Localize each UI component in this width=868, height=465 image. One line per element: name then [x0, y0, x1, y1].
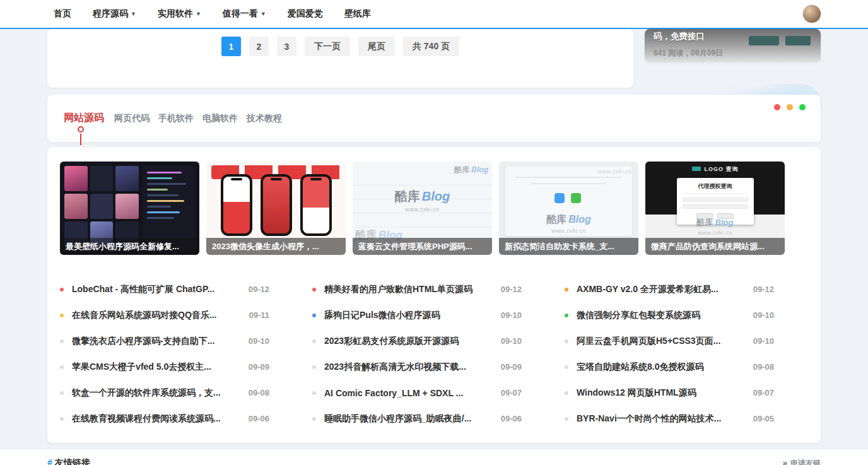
article-title[interactable]: 2023彩虹易支付系统原版开源源码	[324, 336, 495, 347]
red-dot-icon	[774, 104, 780, 110]
input-placeholder-line	[683, 204, 748, 209]
page-button-2[interactable]: 2	[249, 37, 269, 56]
nav-item-worth-a-look[interactable]: 值得一看▼	[223, 8, 266, 20]
sidebar-article-card[interactable]: 码，免费接口 641 阅读，09月09日	[645, 29, 821, 62]
double-arrow-icon: »	[783, 458, 787, 465]
chevron-down-icon: ▼	[196, 11, 201, 17]
article-list-item[interactable]: 在线教育视频课程付费阅读系统源码... 09-06	[60, 406, 269, 432]
tab-mobile-software[interactable]: 手机软件	[158, 113, 194, 124]
phone-mockups	[221, 174, 332, 236]
article-title[interactable]: AXMB-GY v2.0 全开源爱希彩虹易...	[577, 284, 747, 295]
apply-friend-link[interactable]: »申请友链	[783, 458, 821, 465]
article-title[interactable]: 软盒一个开源的软件库系统源码，支...	[72, 387, 242, 399]
article-list-item[interactable]: 微擎洗衣店小程序源码-支持自助下... 09-10	[60, 328, 269, 354]
thumb-caption: 微商产品防伪查询系统网站源...	[645, 238, 785, 255]
article-list-item[interactable]: 在线音乐网站系统源码对接QQ音乐... 09-11	[60, 302, 269, 328]
tab-pc-software[interactable]: 电脑软件	[202, 113, 238, 124]
article-list-item[interactable]: 苹果CMS大橙子vfed 5.0去授权主... 09-09	[60, 354, 269, 380]
article-date: 09-08	[249, 388, 269, 397]
article-title[interactable]: 微信强制分享红包裂变系统源码	[577, 310, 747, 321]
tab-web-code[interactable]: 网页代码	[114, 113, 150, 124]
total-pages-label: 共 740 页	[403, 37, 459, 56]
thumb-lanzou-cloud[interactable]: 酷库Blog 酷库Blog www.zxki.cn 酷库Blog 蓝奏云文件管理…	[353, 162, 492, 255]
green-dot-icon	[799, 104, 806, 110]
thumb-caption: 新拟态简洁自助发卡系统_支...	[499, 238, 638, 255]
decor-line	[515, 177, 622, 178]
article-list-item[interactable]: AI Comic Factory_LLM + SDXL ... 09-07	[312, 380, 522, 406]
article-list-item[interactable]: 舔狗日记Puls微信小程序源码 09-10	[312, 302, 522, 328]
nav-label: 爱国爱党	[288, 8, 323, 20]
article-title[interactable]: 精美好看的用户致歉信HTML单页源码	[324, 284, 495, 295]
thumb-wechat-avatar-miniapp[interactable]: 2023微信头像生成小程序，...	[206, 162, 346, 255]
nav-item-wallpaper-library[interactable]: 壁纸库	[344, 8, 371, 20]
phone-mockup	[300, 174, 332, 236]
panel-buttons	[683, 213, 748, 219]
article-title[interactable]: 在线音乐网站系统源码对接QQ音乐...	[72, 310, 242, 321]
article-title[interactable]: 舔狗日记Puls微信小程序源码	[324, 310, 495, 321]
article-date: 09-08	[753, 362, 774, 372]
article-list-item[interactable]: 2023彩虹易支付系统原版开源源码 09-10	[312, 328, 522, 354]
article-date: 09-10	[753, 336, 774, 346]
article-date: 09-06	[249, 414, 269, 423]
article-list-item[interactable]: 精美好看的用户致歉信HTML单页源码 09-12	[312, 276, 522, 302]
article-title[interactable]: 阿里云盘手机网页版H5+CSS3页面...	[577, 336, 747, 347]
nav-label: 壁纸库	[344, 8, 371, 20]
thumb-card-selling-system[interactable]: www.zxki.cn 酷库Blog www.zxki.cn 新拟态简洁自助发卡…	[499, 162, 638, 255]
article-list-item[interactable]: 2023抖音解析高清无水印视频下载... 09-09	[312, 354, 522, 380]
bullet-dot	[60, 314, 64, 317]
article-column-1: LobeChat - 高性能可扩展 ChatGP... 09-12 在线音乐网站…	[60, 276, 269, 432]
phone-mockup	[261, 174, 292, 236]
article-list-item[interactable]: 微信强制分享红包裂变系统源码 09-10	[565, 302, 774, 328]
nav-links: 首页 程序源码▼ 实用软件▼ 值得一看▼ 爱国爱党 壁纸库	[47, 8, 371, 20]
nav-item-home[interactable]: 首页	[54, 8, 71, 20]
article-title[interactable]: LobeChat - 高性能可扩展 ChatGP...	[72, 284, 242, 295]
nav-item-program-source[interactable]: 程序源码▼	[93, 8, 136, 20]
tab-website-source[interactable]: 网站源码	[64, 112, 104, 125]
top-navigation: 首页 程序源码▼ 实用软件▼ 值得一看▼ 爱国爱党 壁纸库	[0, 0, 868, 29]
article-list-item[interactable]: 宝塔自助建站系统8.0免授权源码 09-08	[565, 354, 774, 380]
last-page-button[interactable]: 尾页	[358, 37, 395, 56]
article-lists: LobeChat - 高性能可扩展 ChatGP... 09-12 在线音乐网站…	[60, 276, 808, 432]
red-pin-icon	[78, 126, 84, 132]
window-dots	[774, 104, 806, 110]
article-column-3: AXMB-GY v2.0 全开源爱希彩虹易... 09-12 微信强制分享红包裂…	[565, 276, 774, 432]
bullet-dot	[565, 339, 568, 343]
article-title[interactable]: 微擎洗衣店小程序源码-支持自助下...	[72, 336, 242, 347]
article-list-item[interactable]: Windows12 网页版HTML源码 09-07	[565, 380, 774, 406]
article-date: 09-10	[249, 336, 269, 346]
tab-tech-tutorial[interactable]: 技术教程	[247, 113, 282, 124]
bullet-dot	[565, 391, 568, 395]
next-page-button[interactable]: 下一页	[305, 37, 350, 56]
thumb-wallpaper-miniapp[interactable]: 最美壁纸小程序源码全新修复...	[60, 162, 199, 255]
article-title[interactable]: BYR-Navi一个时尚个性的网站技术...	[577, 413, 747, 425]
article-title[interactable]: 苹果CMS大橙子vfed 5.0去授权主...	[72, 362, 242, 373]
article-list-item[interactable]: BYR-Navi一个时尚个性的网站技术... 09-05	[565, 406, 774, 432]
article-title[interactable]: 在线教育视频课程付费阅读系统源码...	[72, 413, 242, 425]
thumb-anti-counterfeit-query[interactable]: LOGO 查询 代理授权查询 酷库Blog www.zxki.cn 微商产品防伪…	[645, 162, 785, 255]
bullet-dot	[312, 391, 316, 395]
article-title[interactable]: 宝塔自助建站系统8.0免授权源码	[577, 362, 747, 373]
article-title[interactable]: AI Comic Factory_LLM + SDXL ...	[324, 388, 495, 398]
apply-link-label: 申请友链	[790, 459, 821, 465]
article-list-item[interactable]: AXMB-GY v2.0 全开源爱希彩虹易... 09-12	[565, 276, 774, 302]
article-title[interactable]: 睡眠助手微信小程序源码_助眠夜曲/...	[324, 413, 495, 425]
article-list-item[interactable]: 软盒一个开源的软件库系统源码，支... 09-08	[60, 380, 269, 406]
article-title[interactable]: Windows12 网页版HTML源码	[577, 387, 747, 399]
bullet-dot	[312, 314, 316, 317]
watermark: 酷库Blog www.zxki.cn	[353, 188, 492, 213]
bullet-dot	[312, 339, 316, 343]
article-list-item[interactable]: 睡眠助手微信小程序源码_助眠夜曲/... 09-06	[312, 406, 522, 432]
page-button-3[interactable]: 3	[277, 37, 296, 56]
user-avatar[interactable]	[803, 5, 821, 23]
nav-item-patriotic[interactable]: 爱国爱党	[288, 8, 323, 20]
page-button-1[interactable]: 1	[221, 37, 241, 56]
bullet-dot	[565, 417, 568, 421]
article-title[interactable]: 2023抖音解析高清无水印视频下载...	[324, 362, 495, 373]
bullet-dot	[312, 417, 316, 421]
bullet-dot	[60, 365, 64, 369]
article-date: 09-07	[753, 388, 774, 397]
article-list-item[interactable]: 阿里云盘手机网页版H5+CSS3页面... 09-10	[565, 328, 774, 354]
article-list-item[interactable]: LobeChat - 高性能可扩展 ChatGP... 09-12	[60, 276, 269, 302]
nav-item-useful-software[interactable]: 实用软件▼	[158, 8, 201, 20]
bullet-dot	[60, 391, 64, 395]
